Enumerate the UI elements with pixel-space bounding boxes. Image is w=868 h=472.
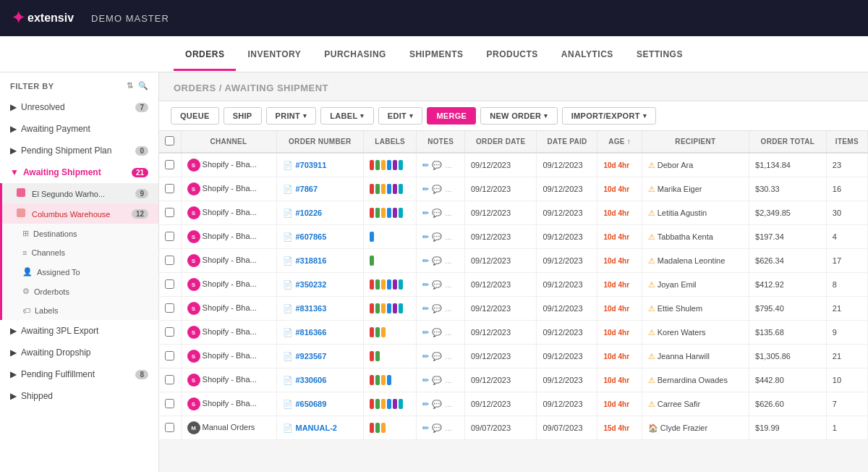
order-link[interactable]: #318816 bbox=[296, 256, 327, 265]
sidebar-item-awaiting-payment[interactable]: ▶Awaiting Payment bbox=[0, 118, 158, 140]
table-row: S Shopify - Bha...📄#923567✏💬...09/12/202… bbox=[159, 345, 868, 368]
ship-button[interactable]: SHIP bbox=[224, 107, 262, 125]
nav-orders[interactable]: ORDERS bbox=[174, 38, 236, 71]
order-link[interactable]: MANUAL-2 bbox=[296, 423, 337, 432]
row-checkbox[interactable] bbox=[165, 184, 174, 193]
edit-note-icon[interactable]: ✏ bbox=[422, 256, 429, 266]
row-checkbox[interactable] bbox=[165, 375, 174, 384]
edit-button[interactable]: EDIT ▾ bbox=[378, 107, 423, 125]
edit-note-icon[interactable]: ✏ bbox=[422, 185, 429, 194]
collapse-icon[interactable]: ⇅ bbox=[127, 81, 134, 90]
sidebar-item-awaiting-shipment[interactable]: ▼Awaiting Shipment 21 bbox=[0, 161, 158, 183]
order-link[interactable]: #703911 bbox=[296, 161, 327, 169]
label-bar bbox=[381, 160, 386, 170]
order-link[interactable]: #350232 bbox=[296, 280, 327, 289]
comment-icon[interactable]: 💬 bbox=[432, 400, 442, 409]
sidebar-item-destinations[interactable]: ⊞Destinations bbox=[2, 224, 158, 243]
sidebar-item-labels[interactable]: 🏷Labels bbox=[2, 301, 158, 320]
order-link[interactable]: #831363 bbox=[296, 304, 327, 313]
order-link[interactable]: #923567 bbox=[296, 352, 327, 361]
comment-icon[interactable]: 💬 bbox=[432, 376, 442, 385]
comment-icon[interactable]: 💬 bbox=[432, 352, 442, 361]
edit-note-icon[interactable]: ✏ bbox=[422, 400, 429, 409]
order-link[interactable]: #10226 bbox=[296, 208, 323, 217]
edit-note-icon[interactable]: ✏ bbox=[422, 280, 429, 290]
items-cell: 8 bbox=[826, 273, 867, 297]
edit-note-icon[interactable]: ✏ bbox=[422, 232, 429, 242]
comment-icon[interactable]: 💬 bbox=[432, 423, 442, 433]
label-button[interactable]: LABEL ▾ bbox=[320, 107, 373, 125]
sidebar-item-columbus[interactable]: Columbus Warehouse 12 bbox=[2, 203, 158, 224]
merge-button[interactable]: MERGE bbox=[427, 107, 476, 125]
edit-note-icon[interactable]: ✏ bbox=[422, 328, 429, 337]
logo-text: extensiv bbox=[27, 12, 74, 25]
edit-note-icon[interactable]: ✏ bbox=[422, 304, 429, 313]
chevron-down-icon: ▾ bbox=[544, 112, 548, 119]
edit-note-icon[interactable]: ✏ bbox=[422, 352, 429, 361]
order-link[interactable]: #330606 bbox=[296, 376, 327, 384]
channel-cell: S Shopify - Bha... bbox=[181, 249, 276, 273]
order-link[interactable]: #650689 bbox=[296, 400, 327, 408]
warning-icon: ⚠ bbox=[648, 376, 655, 384]
order-link[interactable]: #7867 bbox=[296, 185, 318, 193]
sidebar-item-el-segundo[interactable]: El Segundo Warho... 9 bbox=[2, 183, 158, 203]
label-bar bbox=[387, 160, 391, 170]
nav-inventory[interactable]: INVENTORY bbox=[236, 38, 312, 71]
nav-products[interactable]: PRODUCTS bbox=[475, 38, 549, 71]
comment-icon[interactable]: 💬 bbox=[432, 232, 442, 242]
edit-note-icon[interactable]: ✏ bbox=[422, 376, 429, 385]
row-checkbox[interactable] bbox=[165, 351, 174, 361]
nav-purchasing[interactable]: PURCHASING bbox=[312, 38, 398, 71]
row-checkbox[interactable] bbox=[165, 256, 174, 265]
comment-icon[interactable]: 💬 bbox=[432, 304, 442, 313]
sidebar-item-awaiting-dropship[interactable]: ▶Awaiting Dropship bbox=[0, 342, 158, 363]
label-bar bbox=[387, 208, 391, 218]
select-all-checkbox[interactable] bbox=[165, 136, 174, 146]
label-bar bbox=[381, 375, 386, 385]
sidebar-item-pending-shipment-plan[interactable]: ▶Pending Shipment Plan 0 bbox=[0, 140, 158, 161]
sidebar-item-unresolved[interactable]: ▶Unresolved 7 bbox=[0, 96, 158, 118]
row-checkbox[interactable] bbox=[165, 399, 174, 408]
comment-icon[interactable]: 💬 bbox=[432, 161, 442, 170]
nav-settings[interactable]: SETTINGS bbox=[625, 38, 694, 71]
sidebar-item-channels[interactable]: ≡Channels bbox=[2, 243, 158, 262]
comment-icon[interactable]: 💬 bbox=[432, 328, 442, 337]
demo-label: DEMO MASTER bbox=[91, 13, 169, 24]
edit-note-icon[interactable]: ✏ bbox=[422, 423, 429, 433]
order-link[interactable]: #607865 bbox=[296, 232, 327, 241]
print-button[interactable]: PRINT ▾ bbox=[266, 107, 317, 125]
row-checkbox[interactable] bbox=[165, 160, 174, 169]
comment-icon[interactable]: 💬 bbox=[432, 185, 442, 194]
age-col-header[interactable]: AGE ↑ bbox=[597, 131, 642, 153]
comment-icon[interactable]: 💬 bbox=[432, 208, 442, 218]
import-export-button[interactable]: IMPORT/EXPORT ▾ bbox=[562, 107, 656, 125]
nav-shipments[interactable]: SHIPMENTS bbox=[398, 38, 475, 71]
search-icon[interactable]: 🔍 bbox=[138, 81, 149, 90]
edit-note-icon[interactable]: ✏ bbox=[422, 208, 429, 218]
row-checkbox[interactable] bbox=[165, 423, 174, 432]
sidebar-item-orderbots[interactable]: ⚙Orderbots bbox=[2, 282, 158, 301]
sidebar-item-pending-fulfillment[interactable]: ▶Pending Fulfillment 8 bbox=[0, 363, 158, 385]
sidebar-item-shipped[interactable]: ▶Shipped bbox=[0, 385, 158, 407]
recipient-cell: ⚠Koren Waters bbox=[642, 321, 749, 345]
edit-note-icon[interactable]: ✏ bbox=[422, 161, 429, 170]
queue-button[interactable]: QUEUE bbox=[171, 107, 219, 125]
sidebar-item-assigned-to[interactable]: 👤Assigned To bbox=[2, 262, 158, 282]
doc-icon: 📄 bbox=[283, 161, 293, 169]
comment-icon[interactable]: 💬 bbox=[432, 256, 442, 266]
label-bar bbox=[370, 232, 374, 242]
nav-analytics[interactable]: ANALYTICS bbox=[550, 38, 625, 71]
age-cell: 10d 4hr bbox=[597, 153, 642, 177]
notes-cell: ✏💬... bbox=[417, 201, 465, 225]
row-checkbox[interactable] bbox=[165, 303, 174, 313]
row-checkbox[interactable] bbox=[165, 208, 174, 217]
row-checkbox[interactable] bbox=[165, 327, 174, 337]
sidebar-item-awaiting-3pl[interactable]: ▶Awaiting 3PL Export bbox=[0, 320, 158, 342]
label-bar bbox=[399, 184, 403, 194]
chevron-right-icon: ▶ bbox=[10, 369, 17, 379]
row-checkbox[interactable] bbox=[165, 279, 174, 289]
order-link[interactable]: #816366 bbox=[296, 328, 327, 337]
row-checkbox[interactable] bbox=[165, 232, 174, 241]
new-order-button[interactable]: NEW ORDER ▾ bbox=[480, 107, 557, 125]
comment-icon[interactable]: 💬 bbox=[432, 280, 442, 290]
